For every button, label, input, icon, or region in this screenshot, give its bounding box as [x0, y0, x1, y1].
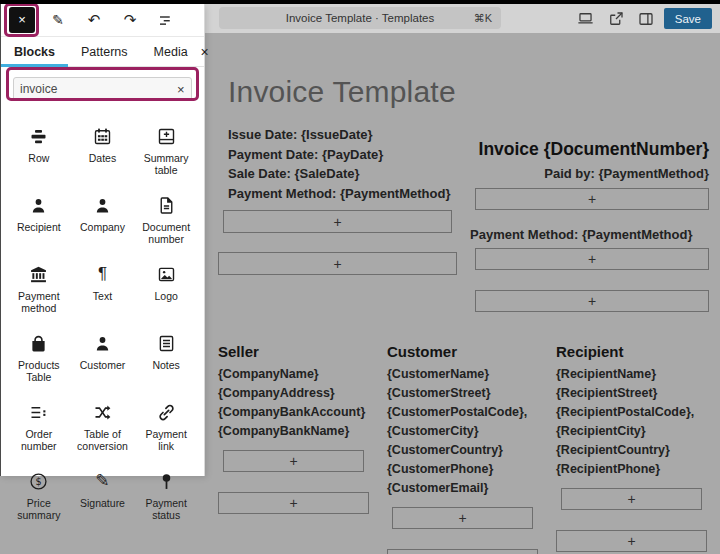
edit-pencil-icon[interactable]: ✎: [45, 7, 71, 33]
block-item-label: Products Table: [9, 359, 69, 383]
payment-method-line[interactable]: Payment Method: {PaymentMethod}: [228, 184, 450, 204]
issue-date-line[interactable]: Issue Date: {IssueDate}: [228, 125, 450, 145]
block-appender[interactable]: +: [556, 530, 707, 552]
block-item-signature[interactable]: ✎ Signature: [71, 460, 135, 529]
recipient-line[interactable]: {RecipientStreet}: [556, 384, 707, 403]
seller-column[interactable]: Seller {CompanyName} {CompanyAddress} {C…: [218, 343, 369, 554]
seller-line[interactable]: {CompanyAddress}: [218, 384, 369, 403]
pin-icon: [156, 469, 177, 493]
block-appender[interactable]: +: [392, 507, 533, 529]
block-appender[interactable]: +: [387, 549, 538, 554]
seller-line[interactable]: {CompanyName}: [218, 365, 369, 384]
payment-date-line[interactable]: Payment Date: {PayDate}: [228, 145, 450, 165]
calendar-icon: [92, 124, 113, 148]
block-item-dates[interactable]: Dates: [71, 115, 135, 184]
recipient-line[interactable]: {RecipientCountry}: [556, 441, 707, 460]
block-item-products-table[interactable]: Products Table: [7, 322, 71, 391]
paid-by-line[interactable]: Paid by: {PaymentMethod}: [470, 166, 709, 181]
sale-date-line[interactable]: Sale Date: {SaleDate}: [228, 164, 450, 184]
block-item-label: Order number: [9, 428, 69, 452]
view-site-external-link-icon[interactable]: [604, 7, 628, 31]
block-item-company[interactable]: Company: [71, 184, 135, 253]
search-input[interactable]: [20, 82, 175, 96]
block-item-logo[interactable]: Logo: [134, 253, 198, 322]
dates-block[interactable]: Issue Date: {IssueDate} Payment Date: {P…: [228, 125, 450, 203]
recipient-line[interactable]: {RecipientCity}: [556, 422, 707, 441]
seller-line[interactable]: {CompanyBankAccount}: [218, 403, 369, 422]
block-item-payment-link[interactable]: Payment link: [134, 391, 198, 460]
editor-window: Invoice Template · Templates ⌘K Save: [0, 0, 720, 554]
inserter-toggle-button[interactable]: ×: [9, 7, 35, 33]
device-preview-icon[interactable]: [574, 7, 598, 31]
block-item-label: Notes: [152, 359, 179, 371]
notes-icon: [156, 331, 177, 355]
customer-line[interactable]: {CustomerCity}: [387, 422, 538, 441]
customer-line[interactable]: {CustomerStreet}: [387, 384, 538, 403]
seller-heading[interactable]: Seller: [218, 343, 369, 360]
shuffle-icon: [92, 400, 113, 424]
block-item-label: Dates: [89, 152, 116, 164]
recipient-column[interactable]: Recipient {RecipientName} {RecipientStre…: [556, 343, 707, 554]
recipient-line[interactable]: {RecipientName}: [556, 365, 707, 384]
block-item-label: Summary table: [136, 152, 196, 176]
block-results-grid: Row Dates: [1, 107, 204, 537]
tab-patterns[interactable]: Patterns: [68, 37, 141, 67]
block-appender[interactable]: +: [475, 290, 709, 312]
template-title[interactable]: Invoice Template: [228, 75, 456, 109]
invoice-number-heading[interactable]: Invoice {DocumentNumber}: [470, 139, 709, 160]
customer-heading[interactable]: Customer: [387, 343, 538, 360]
block-item-recipient[interactable]: Recipient: [7, 184, 71, 253]
block-appender[interactable]: +: [223, 210, 452, 233]
block-appender[interactable]: +: [561, 488, 702, 510]
block-item-price-summary[interactable]: $ Price summary: [7, 460, 71, 529]
block-appender[interactable]: +: [475, 188, 709, 210]
list-view-icon[interactable]: [153, 7, 179, 33]
payment-method-block[interactable]: Payment Method: {PaymentMethod}: [470, 227, 692, 242]
block-item-label: Customer: [80, 359, 126, 371]
table-plus-icon: [156, 124, 177, 148]
tab-media[interactable]: Media: [141, 37, 201, 67]
row-icon: [28, 124, 49, 148]
block-item-notes[interactable]: Notes: [134, 322, 198, 391]
redo-icon[interactable]: ↷: [117, 7, 143, 33]
block-item-table-of-conversion[interactable]: Table of conversion: [71, 391, 135, 460]
customer-line[interactable]: {CustomerCountry}: [387, 441, 538, 460]
block-appender[interactable]: +: [475, 248, 709, 270]
block-item-label: Table of conversion: [73, 428, 133, 452]
close-icon[interactable]: ×: [201, 44, 209, 60]
block-item-payment-method[interactable]: Payment method: [7, 253, 71, 322]
block-item-summary-table[interactable]: Summary table: [134, 115, 198, 184]
customer-line[interactable]: {CustomerName}: [387, 365, 538, 384]
block-appender[interactable]: +: [223, 450, 364, 472]
topbar-right-group: Save: [574, 4, 712, 33]
block-search-box[interactable]: ×: [13, 77, 192, 101]
recipient-line[interactable]: {RecipientPostalCode},: [556, 403, 707, 422]
settings-sidebar-icon[interactable]: [634, 7, 658, 31]
recipient-line[interactable]: {RecipientPhone}: [556, 460, 707, 479]
image-icon: [156, 262, 177, 286]
undo-icon[interactable]: ↶: [81, 7, 107, 33]
parties-columns: Seller {CompanyName} {CompanyAddress} {C…: [218, 343, 707, 554]
customer-line[interactable]: {CustomerPhone}: [387, 460, 538, 479]
document-icon: [156, 193, 177, 217]
save-button[interactable]: Save: [664, 8, 712, 29]
block-appender[interactable]: +: [218, 252, 457, 275]
clear-search-icon[interactable]: ×: [175, 82, 187, 97]
block-item-document-number[interactable]: Document number: [134, 184, 198, 253]
block-item-row[interactable]: Row: [7, 115, 71, 184]
block-appender[interactable]: +: [218, 492, 369, 514]
customer-line[interactable]: {CustomerPostalCode},: [387, 403, 538, 422]
block-item-payment-status[interactable]: Payment status: [134, 460, 198, 529]
seller-line[interactable]: {CompanyBankName}: [218, 422, 369, 441]
block-item-order-number[interactable]: Order number: [7, 391, 71, 460]
document-command-bar[interactable]: Invoice Template · Templates ⌘K: [219, 7, 501, 29]
customer-line[interactable]: {CustomerEmail}: [387, 479, 538, 498]
recipient-heading[interactable]: Recipient: [556, 343, 707, 360]
customer-column[interactable]: Customer {CustomerName} {CustomerStreet}…: [387, 343, 538, 554]
tab-blocks[interactable]: Blocks: [1, 37, 68, 67]
panel-toolbar: × ✎ ↶ ↷: [1, 4, 204, 37]
block-item-text[interactable]: ¶ Text: [71, 253, 135, 322]
block-item-customer[interactable]: Customer: [71, 322, 135, 391]
ordered-list-icon: [28, 400, 49, 424]
block-inserter-panel: × ✎ ↶ ↷ Blocks Patterns Media × ×: [0, 4, 205, 476]
